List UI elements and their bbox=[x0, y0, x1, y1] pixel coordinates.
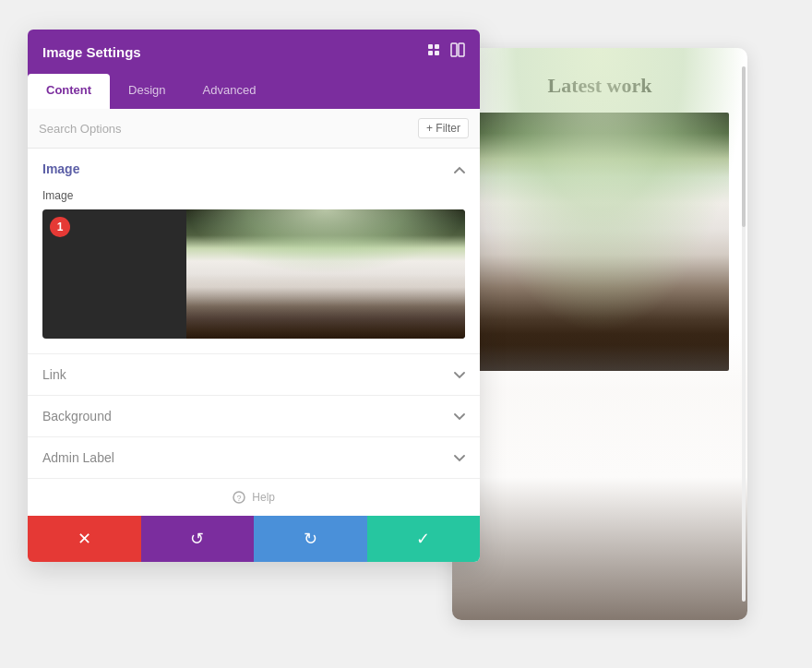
svg-text:?: ? bbox=[236, 494, 241, 503]
panel-body: Image Image 1 bbox=[28, 149, 480, 516]
panel-header: Image Settings bbox=[28, 30, 480, 74]
preview-flower-overlay bbox=[471, 113, 729, 334]
search-bar: Search Options + Filter bbox=[28, 109, 480, 149]
svg-rect-3 bbox=[435, 51, 439, 55]
svg-rect-4 bbox=[451, 43, 457, 56]
panel-title: Image Settings bbox=[42, 44, 141, 60]
section-image-header[interactable]: Image bbox=[28, 149, 480, 189]
header-icons bbox=[426, 42, 465, 61]
section-image-title: Image bbox=[42, 161, 79, 176]
help-area: ? Help bbox=[28, 479, 480, 516]
panel-footer: ✕ ↺ ↻ ✓ bbox=[28, 516, 480, 562]
bride-image bbox=[186, 209, 465, 339]
flower-overlay bbox=[186, 209, 465, 274]
main-scene: Image Settings bbox=[28, 30, 784, 638]
section-admin-label: Admin Label bbox=[28, 437, 480, 479]
redo-button[interactable]: ↻ bbox=[254, 516, 367, 562]
dress-overlay bbox=[186, 274, 465, 339]
image-preview bbox=[186, 209, 465, 339]
image-section-content: Image 1 bbox=[28, 189, 480, 353]
help-hint: ? Help bbox=[233, 491, 275, 505]
tab-design[interactable]: Design bbox=[110, 74, 184, 109]
preview-image bbox=[471, 113, 729, 371]
section-link-title: Link bbox=[42, 367, 66, 382]
section-background-header[interactable]: Background bbox=[28, 396, 480, 436]
image-field-label: Image bbox=[42, 189, 465, 202]
tab-advanced[interactable]: Advanced bbox=[185, 74, 275, 109]
section-admin-label-header[interactable]: Admin Label bbox=[28, 437, 480, 478]
image-badge: 1 bbox=[50, 217, 70, 237]
chevron-down-icon-link bbox=[454, 368, 465, 382]
undo-button[interactable]: ↺ bbox=[141, 516, 255, 562]
preview-panel: Latest work bbox=[452, 48, 747, 620]
preview-content: Latest work bbox=[452, 48, 747, 386]
section-background-title: Background bbox=[42, 409, 112, 423]
preview-bride-image bbox=[471, 113, 729, 371]
svg-rect-1 bbox=[435, 44, 439, 49]
image-upload-area[interactable]: 1 bbox=[42, 209, 465, 339]
columns-icon[interactable] bbox=[450, 42, 465, 61]
panel-tabs: Content Design Advanced bbox=[28, 74, 480, 109]
section-image: Image Image 1 bbox=[28, 149, 480, 354]
save-button[interactable]: ✓ bbox=[367, 516, 481, 562]
svg-rect-0 bbox=[428, 44, 433, 49]
chevron-down-icon-admin bbox=[454, 451, 465, 465]
chevron-down-icon-bg bbox=[454, 410, 465, 423]
tab-content[interactable]: Content bbox=[28, 74, 110, 109]
svg-rect-5 bbox=[459, 43, 464, 56]
svg-rect-2 bbox=[428, 51, 433, 55]
cancel-button[interactable]: ✕ bbox=[28, 516, 141, 562]
section-background: Background bbox=[28, 396, 480, 437]
filter-button[interactable]: + Filter bbox=[418, 118, 469, 138]
chevron-up-icon bbox=[454, 162, 465, 176]
search-placeholder: Search Options bbox=[39, 122, 122, 136]
settings-icon[interactable] bbox=[426, 42, 441, 61]
preview-dress-overlay bbox=[471, 334, 729, 371]
section-link: Link bbox=[28, 354, 480, 396]
scrollbar-thumb[interactable] bbox=[742, 66, 746, 227]
section-admin-label-title: Admin Label bbox=[42, 450, 114, 465]
settings-panel: Image Settings bbox=[28, 30, 480, 562]
section-link-header[interactable]: Link bbox=[28, 354, 480, 395]
scrollbar[interactable] bbox=[742, 66, 746, 602]
